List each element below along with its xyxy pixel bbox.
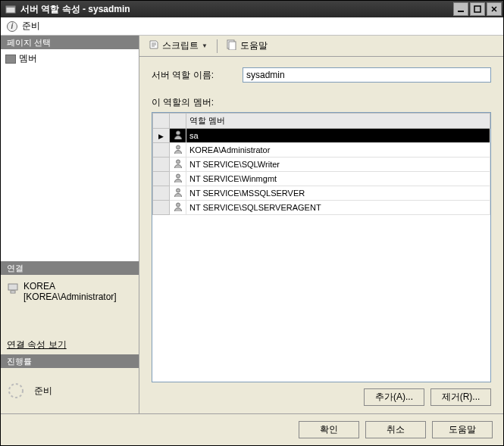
row-header-cell bbox=[153, 172, 170, 186]
svg-point-14 bbox=[176, 131, 180, 135]
table-row[interactable]: NT SERVICE\MSSQLSERVER bbox=[153, 186, 490, 201]
row-pointer-icon: ▶ bbox=[158, 133, 164, 140]
svg-rect-1 bbox=[6, 6, 15, 8]
progress-header: 진행률 bbox=[1, 354, 139, 368]
row-header-cell bbox=[153, 143, 170, 158]
table-row[interactable]: NT SERVICE\SQLSERVERAGENT bbox=[153, 201, 490, 215]
page-select-header: 페이지 선택 bbox=[1, 36, 139, 49]
row-header-cell bbox=[153, 186, 170, 201]
toolbar: 스크립트 ▼ 도움말 bbox=[139, 36, 503, 57]
grid-icon-header bbox=[170, 114, 186, 129]
window-root: 서버 역할 속성 - sysadmin i 준비 페이지 선택 bbox=[0, 0, 504, 446]
connection-header: 연결 bbox=[1, 261, 139, 275]
help-button[interactable]: 도움말 bbox=[432, 421, 493, 438]
connection-body: KOREA [KOREA\Administrator] 연결 속성 보기 bbox=[1, 275, 139, 354]
add-button[interactable]: 추가(A)... bbox=[364, 388, 424, 406]
svg-point-15 bbox=[176, 145, 180, 149]
ok-button[interactable]: 확인 bbox=[299, 421, 359, 438]
chevron-down-icon: ▼ bbox=[202, 42, 208, 49]
window-controls bbox=[453, 2, 502, 16]
members-label: 이 역할의 멤버: bbox=[152, 96, 491, 109]
connection-section: 연결 KOREA [KOREA\Administrator] bbox=[1, 261, 139, 354]
close-button[interactable] bbox=[487, 2, 502, 16]
member-name-cell: NT SERVICE\SQLSERVERAGENT bbox=[186, 201, 490, 215]
table-row[interactable]: NT SERVICE\Winmgmt bbox=[153, 172, 490, 186]
view-connection-props-link[interactable]: 연결 속성 보기 bbox=[7, 338, 133, 351]
script-icon bbox=[149, 39, 159, 52]
member-icon-cell bbox=[170, 158, 186, 172]
role-name-input[interactable] bbox=[243, 67, 491, 83]
user-icon bbox=[173, 190, 183, 199]
script-dropdown[interactable]: 스크립트 ▼ bbox=[146, 38, 211, 54]
row-header-cell bbox=[153, 158, 170, 172]
svg-point-17 bbox=[176, 174, 180, 178]
svg-point-19 bbox=[176, 203, 180, 207]
left-panel: 페이지 선택 멤버 연결 bbox=[1, 36, 139, 413]
svg-rect-6 bbox=[8, 284, 17, 290]
user-icon bbox=[173, 204, 183, 214]
grid-name-header: 역할 멤버 bbox=[186, 114, 490, 129]
svg-rect-13 bbox=[229, 42, 236, 50]
maximize-button[interactable] bbox=[470, 2, 485, 16]
window-title: 서버 역할 속성 - sysadmin bbox=[20, 3, 453, 16]
info-icon: i bbox=[7, 21, 17, 32]
member-icon-cell bbox=[170, 129, 186, 143]
table-row[interactable]: ▶sa bbox=[153, 129, 490, 143]
user-icon bbox=[173, 176, 183, 185]
progress-label: 준비 bbox=[34, 385, 52, 398]
members-grid[interactable]: 역할 멤버 ▶saKOREA\AdministratorNT SERVICE\S… bbox=[152, 112, 491, 382]
table-row[interactable]: KOREA\Administrator bbox=[153, 143, 490, 158]
content-area: 서버 역할 이름: 이 역할의 멤버: 역할 멤버 bbox=[139, 57, 503, 413]
user-icon bbox=[173, 147, 183, 156]
role-name-label: 서버 역할 이름: bbox=[152, 69, 243, 82]
cancel-button[interactable]: 취소 bbox=[365, 421, 426, 438]
app-icon bbox=[5, 4, 16, 14]
member-name-cell: NT SERVICE\Winmgmt bbox=[186, 172, 490, 186]
user-icon bbox=[173, 161, 183, 170]
member-icon-cell bbox=[170, 143, 186, 158]
body: 페이지 선택 멤버 연결 bbox=[1, 36, 503, 413]
svg-rect-7 bbox=[11, 291, 15, 293]
member-icon-cell bbox=[170, 172, 186, 186]
help-label: 도움말 bbox=[240, 39, 268, 52]
page-item-label: 멤버 bbox=[19, 52, 37, 65]
help-toolbar-item[interactable]: 도움말 bbox=[224, 38, 271, 54]
member-name-cell: KOREA\Administrator bbox=[186, 143, 490, 158]
connection-info: KOREA [KOREA\Administrator] bbox=[7, 281, 133, 302]
toolbar-separator bbox=[217, 39, 218, 53]
subheader: i 준비 bbox=[1, 17, 503, 36]
page-select-body: 멤버 bbox=[1, 49, 139, 261]
svg-point-16 bbox=[176, 160, 180, 164]
row-header-cell: ▶ bbox=[153, 129, 170, 143]
minimize-button[interactable] bbox=[453, 2, 468, 16]
page-item-members[interactable]: 멤버 bbox=[2, 51, 137, 67]
member-name-cell: sa bbox=[186, 129, 490, 143]
remove-button[interactable]: 제거(R)... bbox=[430, 388, 491, 406]
member-icon-cell bbox=[170, 201, 186, 215]
connection-text: KOREA [KOREA\Administrator] bbox=[23, 281, 117, 302]
action-row: 추가(A)... 제거(R)... bbox=[152, 388, 491, 406]
svg-point-18 bbox=[176, 189, 180, 192]
member-name-cell: NT SERVICE\SQLWriter bbox=[186, 158, 490, 172]
svg-point-8 bbox=[9, 384, 23, 398]
server-icon bbox=[7, 282, 19, 297]
spinner-icon bbox=[7, 382, 25, 400]
grid-rowhead-header bbox=[153, 114, 170, 129]
svg-rect-3 bbox=[474, 6, 481, 12]
connection-user: [KOREA\Administrator] bbox=[23, 292, 117, 302]
member-name-cell: NT SERVICE\MSSQLSERVER bbox=[186, 186, 490, 201]
subheader-label: 준비 bbox=[22, 20, 40, 33]
member-icon-cell bbox=[170, 186, 186, 201]
grid-header-row: 역할 멤버 bbox=[153, 114, 490, 129]
row-header-cell bbox=[153, 201, 170, 215]
script-label: 스크립트 bbox=[162, 39, 199, 52]
page-select-section: 페이지 선택 멤버 bbox=[1, 36, 139, 261]
right-panel: 스크립트 ▼ 도움말 서버 역할 이름: bbox=[139, 36, 503, 413]
footer: 확인 취소 도움말 bbox=[1, 413, 503, 445]
table-row[interactable]: NT SERVICE\SQLWriter bbox=[153, 158, 490, 172]
user-icon bbox=[173, 133, 183, 142]
connection-server: KOREA bbox=[23, 281, 117, 292]
progress-section: 진행률 준비 bbox=[1, 354, 139, 413]
progress-body: 준비 bbox=[1, 368, 139, 413]
help-icon bbox=[227, 39, 237, 52]
